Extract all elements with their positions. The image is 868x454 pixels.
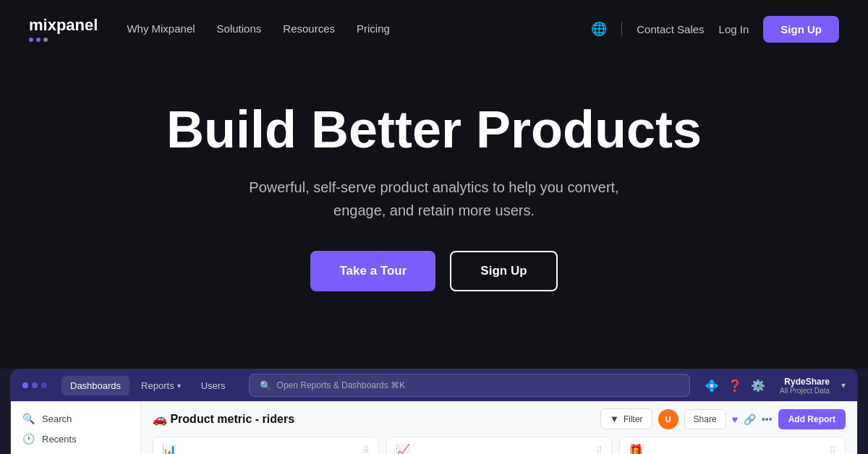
report-card-0[interactable]: 📊 ⠿ Rider activation Total, Last 30 days	[153, 437, 379, 454]
company-sub: All Project Data	[780, 387, 830, 395]
sign-up-button-nav[interactable]: Sign Up	[763, 16, 839, 43]
report-drag-1: ⠿	[596, 445, 603, 455]
app-content: 🚗 Product metric - riders ▼ Filter U Sha…	[141, 401, 857, 454]
sidebar-label-search: Search	[42, 414, 72, 424]
app-logo-dots	[22, 382, 47, 388]
search-icon: 🔍	[260, 380, 271, 391]
heart-icon[interactable]: ♥	[732, 414, 738, 425]
nav-pricing[interactable]: Pricing	[357, 22, 390, 35]
reports-chevron-icon: ▾	[177, 382, 181, 390]
nav-left: mixpanel Why Mixpanel Solutions Resource…	[29, 16, 390, 42]
app-nav-items: Dashboards Reports ▾ Users	[61, 376, 234, 395]
logo-dot-1	[29, 38, 33, 42]
app-nav-users[interactable]: Users	[192, 376, 234, 395]
sign-up-button-hero[interactable]: Sign Up	[450, 251, 557, 291]
app-preview: Dashboards Reports ▾ Users 🔍 Open Report…	[10, 369, 858, 454]
logo-dot-2	[36, 38, 41, 42]
search-placeholder: Open Reports & Dashboards ⌘K	[277, 380, 405, 390]
hero-headline: Build Better Products	[29, 101, 839, 158]
company-name: RydeShare	[784, 377, 830, 387]
sidebar-item-new-dashboard[interactable]: + New Dashboard	[11, 449, 140, 454]
app-topbar-right: 💠 ❓ ⚙️ RydeShare All Project Data ▾	[705, 377, 846, 395]
share-label: Share	[694, 414, 717, 424]
nav-resources[interactable]: Resources	[283, 22, 335, 35]
logo-dots	[29, 38, 98, 42]
navbar: mixpanel Why Mixpanel Solutions Resource…	[0, 0, 868, 58]
globe-icon[interactable]: 🌐	[591, 21, 607, 37]
share-button[interactable]: Share	[684, 409, 726, 429]
nav-links: Why Mixpanel Solutions Resources Pricing	[127, 22, 389, 35]
report-drag-2: ⠿	[830, 445, 836, 455]
report-card-header-1: 📈 ⠿	[396, 443, 603, 454]
more-options-icon[interactable]: •••	[762, 414, 773, 425]
sidebar-item-search[interactable]: 🔍 Search	[11, 408, 140, 429]
app-sidebar: 🔍 Search 🕐 Recents + New Dashboard	[11, 401, 141, 454]
hero-buttons: Take a Tour Sign Up	[29, 251, 839, 291]
app-company: RydeShare All Project Data	[780, 377, 830, 395]
page-title: 🚗 Product metric - riders	[153, 412, 294, 426]
sidebar-label-recents: Recents	[42, 434, 77, 445]
help-icon[interactable]: ❓	[728, 379, 742, 393]
company-chevron-icon[interactable]: ▾	[841, 380, 846, 390]
reports-grid: 📊 ⠿ Rider activation Total, Last 30 days…	[153, 437, 846, 454]
app-dot-1	[22, 382, 28, 388]
contact-sales-link[interactable]: Contact Sales	[637, 23, 704, 35]
sidebar-item-recents[interactable]: 🕐 Recents	[11, 429, 140, 449]
add-report-button[interactable]: Add Report	[778, 409, 846, 429]
report-card-1[interactable]: 📈 ⠿ Rides completes Unique, Last 30 days	[386, 437, 613, 454]
take-a-tour-button[interactable]: Take a Tour	[310, 251, 435, 291]
mixpanel-icon[interactable]: 💠	[705, 379, 719, 393]
filter-button[interactable]: ▼ Filter	[600, 408, 652, 429]
app-dot-3	[41, 382, 47, 388]
report-icon-1: 📈	[396, 443, 410, 454]
avatar: U	[658, 409, 678, 429]
settings-icon[interactable]: ⚙️	[751, 379, 765, 393]
report-icon-2: 🎁	[629, 443, 643, 454]
report-card-2[interactable]: 🎁 ⠿ New rewards users Unique, Last 30 da…	[619, 437, 846, 454]
app-topbar: Dashboards Reports ▾ Users 🔍 Open Report…	[11, 369, 857, 401]
search-sidebar-icon: 🔍	[22, 413, 35, 424]
content-header: 🚗 Product metric - riders ▼ Filter U Sha…	[153, 408, 846, 429]
nav-right: 🌐 Contact Sales Log In Sign Up	[591, 16, 839, 43]
link-icon[interactable]: 🔗	[744, 414, 756, 425]
filter-label: Filter	[624, 414, 643, 424]
app-search-bar[interactable]: 🔍 Open Reports & Dashboards ⌘K	[249, 374, 690, 397]
filter-icon: ▼	[610, 414, 619, 424]
logo-dot-3	[43, 38, 48, 42]
app-nav-reports[interactable]: Reports ▾	[132, 376, 190, 395]
logo-text: mixpanel	[29, 16, 98, 35]
log-in-link[interactable]: Log In	[719, 23, 749, 35]
content-actions: ▼ Filter U Share ♥ 🔗 ••• Add Report	[600, 408, 846, 429]
recents-icon: 🕐	[22, 433, 35, 445]
nav-divider	[621, 22, 622, 36]
hero-section: Build Better Products Powerful, self-ser…	[0, 58, 868, 369]
report-card-header-0: 📊 ⠿	[162, 443, 370, 454]
nav-why-mixpanel[interactable]: Why Mixpanel	[127, 22, 195, 35]
report-icon-0: 📊	[162, 443, 176, 454]
report-drag-0: ⠿	[363, 445, 370, 455]
logo: mixpanel	[29, 16, 98, 42]
app-dot-2	[32, 382, 38, 388]
hero-subheadline: Powerful, self-serve product analytics t…	[29, 176, 839, 222]
app-nav-dashboards[interactable]: Dashboards	[61, 376, 129, 395]
app-body: 🔍 Search 🕐 Recents + New Dashboard 🚗 Pro…	[11, 401, 857, 454]
report-card-header-2: 🎁 ⠿	[629, 443, 836, 454]
nav-solutions[interactable]: Solutions	[217, 22, 262, 35]
